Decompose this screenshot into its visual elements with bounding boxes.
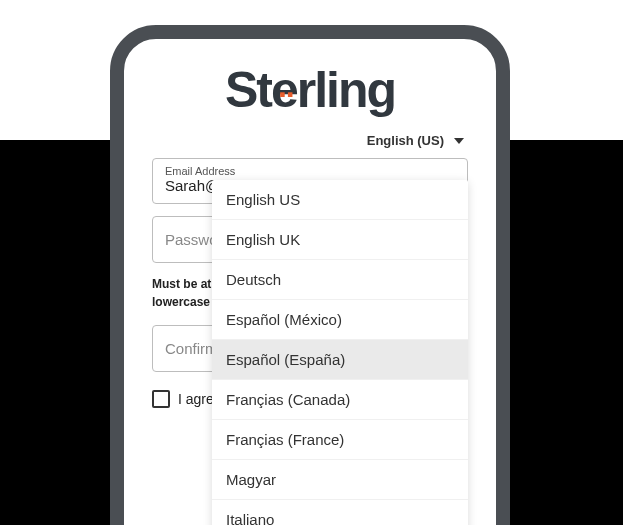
language-dropdown: English USEnglish UKDeutschEspañol (Méxi… (212, 180, 468, 525)
logo-accent-icon: .. (278, 68, 294, 105)
language-option[interactable]: Françias (France) (212, 420, 468, 460)
email-label: Email Address (165, 165, 455, 177)
logo-text: Sterling.. (225, 61, 395, 119)
language-option[interactable]: English UK (212, 220, 468, 260)
language-option[interactable]: Magyar (212, 460, 468, 500)
language-option[interactable]: Deutsch (212, 260, 468, 300)
language-option[interactable]: Italiano (212, 500, 468, 525)
language-current: English (US) (367, 133, 444, 148)
agree-checkbox[interactable] (152, 390, 170, 408)
language-selector[interactable]: English (US) (152, 133, 468, 148)
language-option[interactable]: Español (España) (212, 340, 468, 380)
logo: Sterling.. (152, 61, 468, 119)
language-option[interactable]: Español (México) (212, 300, 468, 340)
language-option[interactable]: English US (212, 180, 468, 220)
chevron-down-icon (454, 138, 464, 144)
language-option[interactable]: Françias (Canada) (212, 380, 468, 420)
